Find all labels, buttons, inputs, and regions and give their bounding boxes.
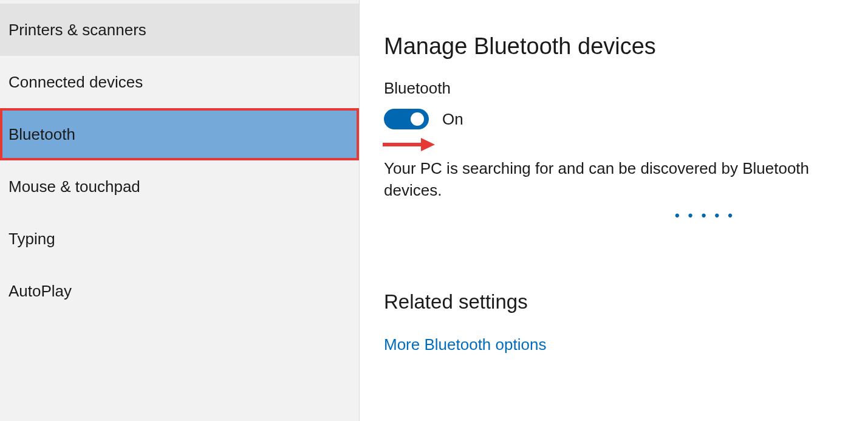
bluetooth-toggle-state: On [442,110,463,129]
sidebar-item-label: Typing [9,230,55,248]
toggle-knob [411,112,424,126]
sidebar-item-mouse-touchpad[interactable]: Mouse & touchpad [0,160,359,213]
sidebar-item-label: AutoPlay [9,282,72,301]
annotation-arrow-icon [381,137,844,152]
sidebar-item-label: Printers & scanners [9,21,146,39]
settings-sidebar: Printers & scanners Connected devices Bl… [0,0,360,421]
sidebar-item-label: Connected devices [9,73,143,92]
svg-marker-1 [421,138,435,151]
toggle-row: On [384,109,844,129]
page-title: Manage Bluetooth devices [384,33,844,60]
settings-window: Printers & scanners Connected devices Bl… [0,0,868,421]
related-settings-heading: Related settings [384,290,844,313]
more-bluetooth-options-link[interactable]: More Bluetooth options [384,335,844,354]
sidebar-item-bluetooth[interactable]: Bluetooth [0,108,359,160]
bluetooth-toggle-label: Bluetooth [384,79,844,98]
sidebar-item-autoplay[interactable]: AutoPlay [0,265,359,317]
sidebar-item-connected-devices[interactable]: Connected devices [0,56,359,108]
loading-indicator-icon: • • • • • [384,208,844,224]
bluetooth-toggle[interactable] [384,109,429,129]
sidebar-item-typing[interactable]: Typing [0,213,359,265]
sidebar-item-printers-scanners[interactable]: Printers & scanners [0,4,359,56]
sidebar-item-label: Bluetooth [9,125,75,144]
bluetooth-status-text: Your PC is searching for and can be disc… [384,157,844,202]
sidebar-item-label: Mouse & touchpad [9,177,140,196]
main-content: Manage Bluetooth devices Bluetooth On Yo… [360,0,868,421]
